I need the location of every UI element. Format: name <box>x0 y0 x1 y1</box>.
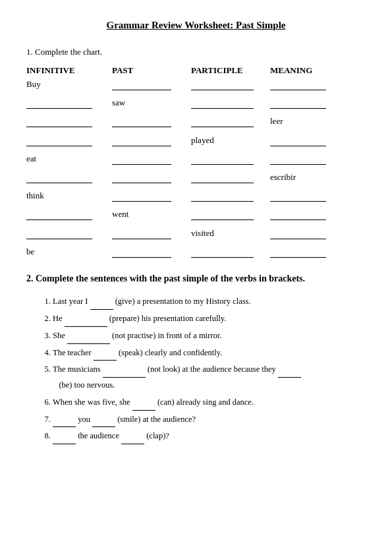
chart-container: INFINITIVE PAST PARTICIPLE MEANING Buy s… <box>26 65 366 258</box>
header-infinitive: INFINITIVE <box>26 65 112 76</box>
past-line <box>112 81 171 90</box>
chart-row: eat <box>26 153 366 165</box>
inf-line <box>26 230 92 239</box>
mean-line <box>270 137 326 146</box>
inf-word: eat <box>26 153 112 165</box>
blank <box>67 335 110 344</box>
part-line <box>191 248 254 258</box>
mean-word: escribir <box>270 171 343 183</box>
past-line <box>112 248 171 258</box>
blank <box>92 418 115 427</box>
part-line <box>191 81 254 90</box>
blank <box>278 368 301 378</box>
inf-line <box>26 100 92 109</box>
list-item: The musicians (not look) at the audience… <box>53 362 366 394</box>
part-word: played <box>191 134 270 146</box>
past-word: saw <box>112 97 191 109</box>
inf-line <box>26 211 92 220</box>
list-item: She (not practise) in front of a mirror. <box>53 328 366 344</box>
past-line <box>112 174 171 183</box>
list-item: The teacher (speak) clearly and confiden… <box>53 345 366 361</box>
blank <box>121 435 144 444</box>
part-line <box>191 118 254 127</box>
chart-row: Buy <box>26 78 366 90</box>
past-line <box>112 156 171 165</box>
chart-row: leer <box>26 115 366 127</box>
past-line <box>112 230 171 239</box>
list-item: the audience (clap)? <box>53 428 366 444</box>
part-line <box>191 100 254 109</box>
inf-word: think <box>26 190 112 202</box>
inf-word: Buy <box>26 78 112 90</box>
page-title: Grammar Review Worksheet: Past Simple <box>26 20 366 31</box>
chart-row: escribir <box>26 171 366 183</box>
header-participle: PARTICIPLE <box>191 65 270 76</box>
blank <box>53 435 76 444</box>
mean-line <box>270 211 326 220</box>
mean-line <box>270 248 326 258</box>
section2-title: 2. Complete the sentences with the past … <box>26 272 366 285</box>
past-line <box>112 118 171 127</box>
part-line <box>191 174 254 183</box>
blank <box>94 351 117 361</box>
part-line <box>191 211 254 220</box>
header-meaning: MEANING <box>270 65 343 76</box>
blank <box>53 418 76 427</box>
part-line <box>191 192 254 202</box>
inf-line <box>26 174 92 183</box>
mean-word: leer <box>270 115 343 127</box>
section1-title: 1. Complete the chart. <box>26 47 366 57</box>
inf-word: be <box>26 246 112 258</box>
sentences-list: Last year I (give) a presentation to my … <box>26 294 366 444</box>
chart-headers: INFINITIVE PAST PARTICIPLE MEANING <box>26 65 366 76</box>
part-line <box>191 156 254 165</box>
blank <box>65 318 107 327</box>
past-word: went <box>112 208 191 220</box>
chart-row: saw <box>26 97 366 109</box>
mean-line <box>270 230 326 239</box>
inf-line <box>26 118 92 127</box>
chart-row: visited <box>26 227 366 239</box>
mean-line <box>270 156 326 165</box>
list-item: He (prepare) his presentation carefully. <box>53 311 366 327</box>
inf-line <box>26 137 92 146</box>
mean-line <box>270 100 326 109</box>
chart-row: be <box>26 246 366 258</box>
blank <box>90 301 113 310</box>
past-line <box>112 192 171 202</box>
list-item: When she was five, she (can) already sin… <box>53 395 366 411</box>
mean-line <box>270 81 326 90</box>
chart-row: went <box>26 208 366 220</box>
chart-row: think <box>26 190 366 202</box>
chart-row: played <box>26 134 366 146</box>
mean-line <box>270 192 326 202</box>
part-word: visited <box>191 227 270 239</box>
past-line <box>112 137 171 146</box>
list-item: you (smile) at the audience? <box>53 412 366 428</box>
list-item: Last year I (give) a presentation to my … <box>53 294 366 310</box>
header-past: PAST <box>112 65 191 76</box>
blank <box>132 401 155 411</box>
blank <box>103 368 146 378</box>
